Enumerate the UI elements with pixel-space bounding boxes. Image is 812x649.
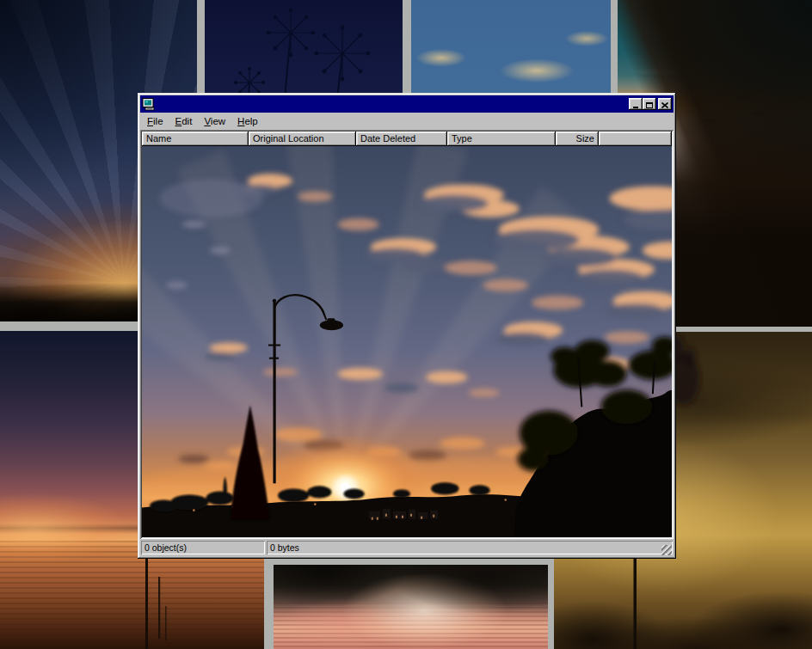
file-list-view: Name Original Location Date Deleted Type…	[140, 130, 674, 539]
close-icon	[661, 102, 668, 108]
column-header-name[interactable]: Name	[142, 132, 249, 146]
column-header-date-deleted[interactable]: Date Deleted	[356, 132, 447, 146]
status-object-count: 0 object(s)	[141, 541, 265, 554]
close-button[interactable]	[658, 98, 672, 110]
menu-view[interactable]: View	[198, 113, 231, 129]
status-bar: 0 object(s) 0 bytes	[140, 539, 674, 556]
minimize-icon	[633, 107, 638, 108]
window-titlebar[interactable]	[140, 95, 674, 113]
computer-icon	[142, 98, 156, 111]
column-header-row: Name Original Location Date Deleted Type…	[142, 132, 672, 146]
menu-bar: File Edit View Help	[140, 113, 674, 130]
resize-grip[interactable]	[661, 545, 672, 555]
column-header-filler[interactable]	[599, 132, 672, 146]
menu-file[interactable]: File	[141, 113, 169, 129]
column-header-original-location[interactable]: Original Location	[249, 132, 356, 146]
maximize-icon	[646, 102, 653, 108]
minimize-button[interactable]	[629, 98, 643, 110]
status-byte-count: 0 bytes	[267, 541, 673, 554]
column-header-type[interactable]: Type	[447, 132, 556, 146]
folder-background-photo[interactable]	[142, 146, 672, 537]
column-header-size[interactable]: Size	[556, 132, 599, 146]
wallpaper-tile-water-reflection	[274, 565, 548, 649]
sunset-lamp-photo	[142, 146, 672, 537]
menu-help[interactable]: Help	[231, 113, 264, 129]
explorer-window: File Edit View Help Name Original Locati…	[138, 93, 676, 559]
window-controls	[629, 98, 672, 110]
maximize-button[interactable]	[643, 98, 656, 110]
menu-edit[interactable]: Edit	[169, 113, 199, 129]
